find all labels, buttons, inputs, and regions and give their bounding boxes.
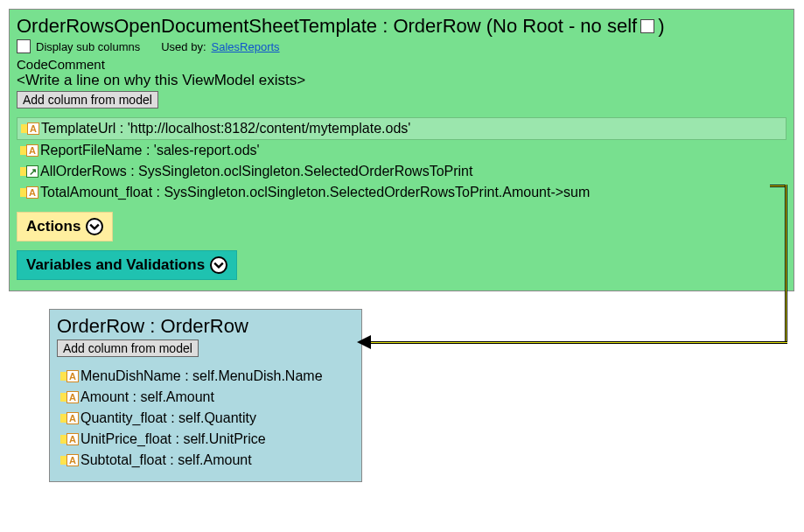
sub-options-row: Display sub columns Used by: SalesReport… <box>17 39 787 53</box>
child-columns-list: A MenuDishName : self.MenuDish.Name A Am… <box>57 366 354 471</box>
child-viewmodel-panel: OrderRow : OrderRow Add column from mode… <box>49 309 362 482</box>
add-column-button[interactable]: Add column from model <box>17 91 158 108</box>
column-row[interactable]: A TotalAmount_float : SysSingleton.oclSi… <box>17 182 787 203</box>
used-by-link[interactable]: SalesReports <box>212 40 280 53</box>
column-text: Amount : self.Amount <box>80 389 214 405</box>
column-row[interactable]: A MenuDishName : self.MenuDish.Name <box>57 366 354 387</box>
column-text: Quantity_float : self.Quantity <box>80 410 256 426</box>
connector-line <box>371 341 787 344</box>
root-title-post: ) <box>658 15 664 38</box>
column-row[interactable]: A Quantity_float : self.Quantity <box>57 408 354 429</box>
column-type-icon: A <box>60 370 79 382</box>
code-comment-label: CodeComment <box>17 57 787 72</box>
variables-label: Variables and Validations <box>26 256 205 274</box>
column-row[interactable]: A Subtotal_float : self.Amount <box>57 450 354 471</box>
chevron-down-icon <box>86 218 103 235</box>
display-sub-columns-checkbox[interactable] <box>17 39 31 53</box>
column-row[interactable]: A ReportFileName : 'sales-report.ods' <box>17 140 787 161</box>
column-text: TotalAmount_float : SysSingleton.oclSing… <box>40 185 590 200</box>
connector-line <box>785 185 787 343</box>
connector-arrowhead-icon <box>357 335 371 349</box>
column-text: TemplateUrl : 'http://localhost:8182/con… <box>41 121 410 136</box>
column-text: Subtotal_float : self.Amount <box>80 452 252 468</box>
column-row[interactable]: ↗ AllOrderRows : SysSingleton.oclSinglet… <box>17 161 787 182</box>
column-text: AllOrderRows : SysSingleton.oclSingleton… <box>40 164 472 179</box>
column-text: ReportFileName : 'sales-report.ods' <box>40 143 260 158</box>
column-type-icon: A <box>60 391 79 403</box>
root-title: OrderRowsOpenDocumentSheetTemplate : Ord… <box>17 15 787 38</box>
chevron-down-icon <box>210 256 227 274</box>
column-type-icon: A <box>20 186 38 199</box>
variables-expander[interactable]: Variables and Validations <box>17 250 237 280</box>
column-type-icon: A <box>60 412 79 424</box>
column-type-icon: ↗ <box>20 165 38 178</box>
actions-label: Actions <box>26 218 80 235</box>
display-sub-columns-label: Display sub columns <box>36 40 140 53</box>
column-row[interactable]: A UnitPrice_float : self.UnitPrice <box>57 429 354 450</box>
actions-expander[interactable]: Actions <box>17 212 113 242</box>
column-text: UnitPrice_float : self.UnitPrice <box>80 431 266 447</box>
root-title-text: OrderRowsOpenDocumentSheetTemplate : Ord… <box>17 15 637 38</box>
column-row[interactable]: A TemplateUrl : 'http://localhost:8182/c… <box>17 117 787 140</box>
column-type-icon: A <box>60 454 79 466</box>
child-title: OrderRow : OrderRow <box>57 315 354 338</box>
root-columns-list: A TemplateUrl : 'http://localhost:8182/c… <box>17 117 787 203</box>
column-type-icon: A <box>60 433 79 445</box>
column-type-icon: A <box>21 122 39 135</box>
used-by-label: Used by: <box>161 40 206 53</box>
root-viewmodel-panel: OrderRowsOpenDocumentSheetTemplate : Ord… <box>9 9 794 291</box>
add-column-button[interactable]: Add column from model <box>57 340 199 357</box>
column-text: MenuDishName : self.MenuDish.Name <box>80 368 323 384</box>
no-self-checkbox[interactable] <box>640 19 654 33</box>
code-comment-hint[interactable]: <Write a line on why this ViewModel exis… <box>17 72 787 89</box>
column-row[interactable]: A Amount : self.Amount <box>57 387 354 408</box>
column-type-icon: A <box>20 144 38 157</box>
